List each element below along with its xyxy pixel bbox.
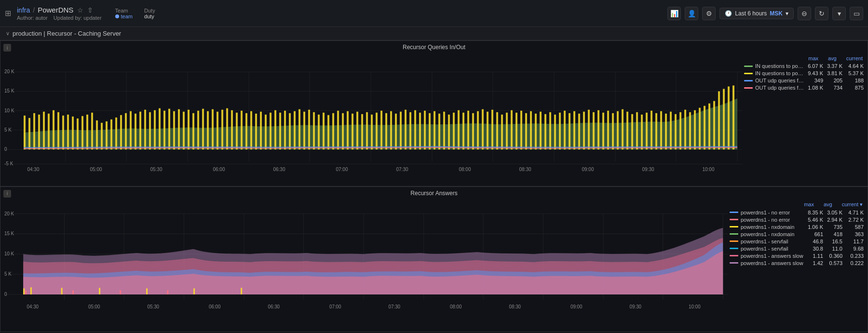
svg-text:15 K: 15 K [4, 231, 14, 236]
legend-row[interactable]: powerdns1 - answers slow 1.42 0.573 0.22… [730, 260, 864, 266]
svg-rect-213 [25, 290, 27, 294]
svg-text:06:30: 06:30 [268, 304, 280, 309]
legend-color-swatch [730, 240, 738, 242]
svg-rect-99 [385, 113, 387, 149]
svg-text:08:30: 08:30 [509, 304, 521, 309]
refresh-dropdown[interactable]: ▾ [832, 7, 846, 20]
svg-rect-122 [496, 112, 498, 149]
legend-row[interactable]: powerdns1 - no error 5.46 K 2.94 K 2.72 … [730, 217, 864, 223]
legend-max-value: 1.42 [805, 260, 823, 266]
panel-queries: Recursor Queries In/Out i 20 K 15 K 10 K… [0, 40, 868, 186]
svg-rect-50 [149, 112, 151, 149]
breadcrumb-meta: Author: autor Updated by: updater [17, 15, 102, 21]
legend-row[interactable]: powerdns1 - servfail 46.8 16.5 11.7 [730, 239, 864, 244]
refresh-button[interactable]: ↻ [815, 7, 828, 20]
collapse-arrow[interactable]: ∨ [6, 30, 10, 37]
svg-rect-140 [583, 112, 585, 149]
legend-row[interactable]: powerdns1 - answers slow 1.11 0.360 0.23… [730, 253, 864, 259]
svg-rect-63 [212, 109, 214, 149]
svg-rect-41 [106, 121, 108, 149]
svg-rect-42 [110, 120, 112, 149]
zoom-out-button[interactable]: ⊖ [798, 7, 811, 20]
legend-avg-value: 205 [827, 78, 842, 83]
legend-series-name: OUT udp queries from powerdns2 [755, 85, 805, 91]
svg-rect-152 [641, 115, 643, 149]
legend-avg-value: 11.0 [827, 246, 842, 252]
svg-rect-123 [501, 115, 503, 149]
svg-rect-111 [443, 112, 445, 149]
svg-rect-60 [197, 111, 199, 149]
svg-text:07:30: 07:30 [396, 167, 408, 172]
header-right: 📊 👤 ⚙ 🕐 Last 6 hours MSK ▾ ⊖ ↻ ▾ ▭ [667, 7, 863, 20]
share-icon[interactable]: ⇧ [87, 6, 93, 14]
legend-avg-value: 2.94 K [827, 217, 842, 223]
legend-row[interactable]: OUT udp queries from powerdns1 349 205 1… [744, 78, 864, 83]
svg-rect-59 [192, 113, 194, 149]
svg-text:08:00: 08:00 [459, 167, 471, 172]
svg-rect-40 [101, 123, 103, 149]
svg-rect-70 [245, 113, 247, 149]
svg-rect-55 [173, 111, 175, 149]
svg-text:09:00: 09:00 [582, 167, 594, 172]
grid-icon[interactable]: ⊞ [5, 9, 11, 18]
svg-text:15 K: 15 K [4, 88, 14, 93]
legend-avg-value: 16.5 [827, 239, 842, 244]
legend-max-value: 1.08 K [805, 85, 823, 91]
svg-text:06:30: 06:30 [273, 167, 285, 172]
svg-text:07:00: 07:00 [329, 304, 341, 309]
breadcrumb: infra / PowerDNS ☆ ⇧ Author: autor Updat… [17, 6, 102, 21]
legend1-rows: IN questions to powerdns1 6.07 K 3.37 K … [744, 63, 864, 91]
legend2-cur-label: current ▾ [842, 201, 863, 208]
time-range-picker[interactable]: 🕐 Last 6 hours MSK ▾ [719, 8, 794, 19]
legend-cur-value: 587 [846, 224, 864, 230]
team-value[interactable]: team [115, 13, 133, 19]
svg-rect-137 [569, 113, 570, 149]
svg-rect-49 [144, 110, 146, 149]
legend-avg-value: 734 [827, 85, 842, 91]
legend-row[interactable]: powerdns1 - nxdomain 661 418 363 [730, 231, 864, 237]
svg-text:05:30: 05:30 [150, 167, 162, 172]
svg-rect-167 [713, 101, 715, 150]
legend-max-value: 9.43 K [805, 70, 823, 76]
legend-max-value: 6.07 K [805, 63, 823, 69]
svg-rect-78 [284, 111, 286, 149]
svg-rect-92 [352, 114, 353, 149]
svg-rect-158 [670, 112, 672, 149]
user-icon[interactable]: 👤 [685, 7, 698, 20]
svg-rect-214 [72, 290, 74, 294]
legend-row[interactable]: IN questions to powerdns1 6.07 K 3.37 K … [744, 63, 864, 69]
svg-rect-164 [699, 108, 701, 150]
settings-icon[interactable]: ⚙ [702, 7, 716, 20]
legend-color-swatch [730, 226, 738, 227]
team-label: Team [115, 8, 133, 13]
svg-text:09:30: 09:30 [642, 167, 654, 172]
svg-text:10:00: 10:00 [702, 167, 714, 172]
legend-cur-value: 2.72 K [846, 217, 864, 223]
svg-text:5 K: 5 K [4, 127, 12, 133]
legend-row[interactable]: IN questions to powerdns2 9.43 K 3.81 K … [744, 70, 864, 76]
svg-text:0: 0 [4, 291, 7, 296]
svg-rect-112 [448, 115, 450, 149]
legend-color-swatch [744, 80, 753, 81]
svg-rect-156 [660, 111, 662, 149]
svg-rect-210 [146, 288, 148, 294]
tv-mode-button[interactable]: ▭ [850, 7, 863, 20]
legend-color-swatch [744, 87, 753, 89]
legend-row[interactable]: powerdns1 - servfail 30.8 11.0 9.68 [730, 246, 864, 252]
svg-rect-29 [48, 114, 50, 149]
svg-rect-39 [96, 120, 98, 149]
star-icon[interactable]: ☆ [77, 6, 83, 14]
svg-text:08:00: 08:00 [450, 304, 462, 309]
legend-row[interactable]: powerdns1 - nxdomain 1.06 K 735 587 [730, 224, 864, 230]
svg-text:06:00: 06:00 [209, 304, 221, 309]
svg-rect-106 [419, 113, 421, 149]
author-value: autor [36, 15, 48, 21]
legend-row[interactable]: OUT udp queries from powerdns2 1.08 K 73… [744, 85, 864, 91]
svg-rect-161 [684, 110, 686, 149]
bar-chart-icon[interactable]: 📊 [667, 7, 681, 20]
legend-color-swatch [730, 219, 738, 220]
svg-rect-125 [511, 110, 513, 149]
breadcrumb-prefix[interactable]: infra [17, 6, 30, 14]
legend2-rows: powerdns1 - no error 8.35 K 3.05 K 4.71 … [730, 210, 864, 266]
legend-row[interactable]: powerdns1 - no error 8.35 K 3.05 K 4.71 … [730, 210, 864, 215]
